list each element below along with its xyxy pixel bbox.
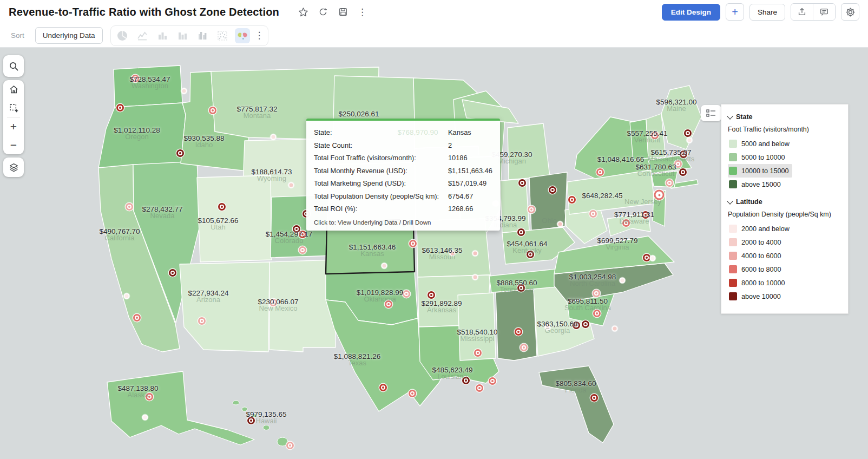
map-marker[interactable] — [582, 320, 589, 328]
map-marker[interactable] — [247, 417, 255, 424]
bar-chart-icon[interactable] — [155, 28, 170, 43]
underlying-data-button[interactable]: Underlying Data — [35, 27, 103, 44]
map-marker[interactable] — [589, 210, 597, 218]
map-marker[interactable] — [176, 149, 184, 157]
map-marker[interactable] — [409, 240, 417, 247]
map-marker[interactable] — [528, 206, 535, 213]
legend-section-header[interactable]: State — [728, 110, 841, 123]
map-marker[interactable] — [520, 344, 528, 351]
map-marker[interactable] — [476, 384, 483, 392]
refresh-icon[interactable] — [318, 6, 328, 17]
pie-chart-icon[interactable] — [115, 28, 130, 43]
legend-item[interactable]: 5000 and below — [728, 137, 793, 150]
map-marker[interactable] — [666, 179, 673, 187]
edit-design-button[interactable]: Edit Design — [662, 4, 720, 21]
map-marker[interactable] — [517, 228, 525, 236]
map-marker[interactable] — [288, 182, 294, 188]
map-marker[interactable] — [474, 349, 482, 357]
map-marker[interactable] — [472, 251, 478, 257]
map-marker[interactable] — [518, 179, 526, 187]
map-marker[interactable] — [124, 293, 130, 299]
map-marker[interactable] — [146, 393, 153, 401]
legend-item[interactable]: 2000 and below — [728, 222, 793, 235]
map-marker[interactable] — [131, 75, 139, 82]
map-marker[interactable] — [568, 196, 576, 204]
map-marker[interactable] — [557, 221, 563, 227]
map-marker[interactable] — [593, 290, 600, 297]
scatter-plot-icon[interactable] — [215, 28, 230, 43]
legend-section-header[interactable]: Latitude — [728, 195, 841, 208]
more-vertical-icon[interactable]: ⋮ — [358, 8, 367, 17]
map-marker[interactable] — [116, 104, 124, 112]
map-tooltip[interactable]: State: Kansas State Count: 2 Total Foot … — [306, 119, 500, 231]
map-marker[interactable] — [428, 291, 435, 299]
zoom-selection-icon[interactable] — [3, 99, 24, 117]
map-marker[interactable] — [545, 325, 551, 331]
map-marker[interactable] — [679, 168, 687, 176]
map-marker[interactable] — [612, 326, 618, 332]
map-marker[interactable] — [382, 263, 387, 269]
map-marker[interactable] — [286, 442, 294, 449]
map-marker[interactable] — [198, 317, 206, 325]
map-marker[interactable] — [573, 322, 580, 329]
more-chart-types-icon[interactable]: ⋮ — [255, 31, 264, 40]
legend-item[interactable]: 2000 to 4000 — [728, 235, 785, 249]
map-marker[interactable] — [596, 168, 604, 176]
map-marker[interactable] — [590, 394, 598, 402]
map-marker[interactable] — [527, 251, 534, 258]
legend-item[interactable]: 8000 to 10000 — [728, 276, 788, 290]
map-marker[interactable] — [126, 203, 133, 211]
legend-item[interactable]: 5000 to 10000 — [728, 150, 788, 164]
map-marker[interactable] — [409, 390, 416, 397]
map-marker[interactable] — [450, 251, 456, 257]
map-marker[interactable] — [379, 384, 387, 391]
sort-button[interactable]: Sort — [8, 31, 28, 40]
comment-icon[interactable] — [813, 4, 835, 20]
grouped-bar-chart-icon[interactable] — [195, 28, 210, 43]
map-marker[interactable] — [489, 377, 496, 385]
save-icon[interactable] — [338, 6, 348, 17]
settings-gear-icon[interactable] — [841, 3, 859, 21]
line-chart-icon[interactable] — [135, 28, 150, 43]
star-icon[interactable] — [298, 6, 308, 17]
map-marker[interactable] — [142, 415, 148, 421]
us-choropleth-map[interactable]: $728,534.47Washington$775,817.32Montana$… — [0, 48, 868, 459]
map-marker[interactable] — [515, 328, 522, 336]
map-marker[interactable] — [181, 88, 187, 94]
map-marker[interactable] — [684, 129, 692, 137]
map-marker[interactable] — [622, 219, 630, 227]
legend-item[interactable]: 4000 to 6000 — [728, 249, 785, 263]
map-marker[interactable] — [620, 278, 626, 284]
map-marker[interactable] — [462, 377, 470, 384]
home-icon[interactable] — [3, 80, 24, 99]
zoom-out-button[interactable]: − — [3, 136, 24, 154]
map-marker[interactable] — [650, 255, 656, 261]
map-chart-icon[interactable] — [235, 28, 250, 43]
map-marker[interactable] — [654, 190, 665, 200]
map-marker[interactable] — [299, 231, 306, 238]
legend-item[interactable]: above 10000 — [728, 290, 784, 303]
map-marker[interactable] — [517, 284, 525, 292]
map-marker[interactable] — [593, 310, 601, 317]
map-marker[interactable] — [385, 300, 392, 308]
map-marker[interactable] — [674, 160, 682, 168]
export-icon[interactable] — [791, 4, 813, 20]
map-marker[interactable] — [293, 225, 300, 233]
layers-icon[interactable] — [3, 158, 24, 177]
search-icon[interactable] — [3, 55, 24, 77]
map-marker[interactable] — [687, 137, 693, 143]
legend-toggle-icon[interactable] — [701, 105, 721, 121]
map-marker[interactable] — [642, 211, 649, 219]
share-button[interactable]: Share — [749, 4, 785, 21]
map-marker[interactable] — [133, 314, 141, 322]
legend-item[interactable]: above 15000 — [728, 178, 784, 191]
map-marker[interactable] — [269, 299, 277, 306]
map-marker[interactable] — [680, 150, 687, 158]
column-chart-icon[interactable] — [175, 28, 190, 43]
map-marker[interactable] — [549, 186, 556, 194]
add-button[interactable]: + — [726, 3, 744, 21]
map-marker[interactable] — [403, 290, 410, 298]
zoom-in-button[interactable]: + — [3, 117, 24, 136]
map-marker[interactable] — [271, 134, 277, 140]
legend-item[interactable]: 10000 to 15000 — [728, 164, 792, 178]
